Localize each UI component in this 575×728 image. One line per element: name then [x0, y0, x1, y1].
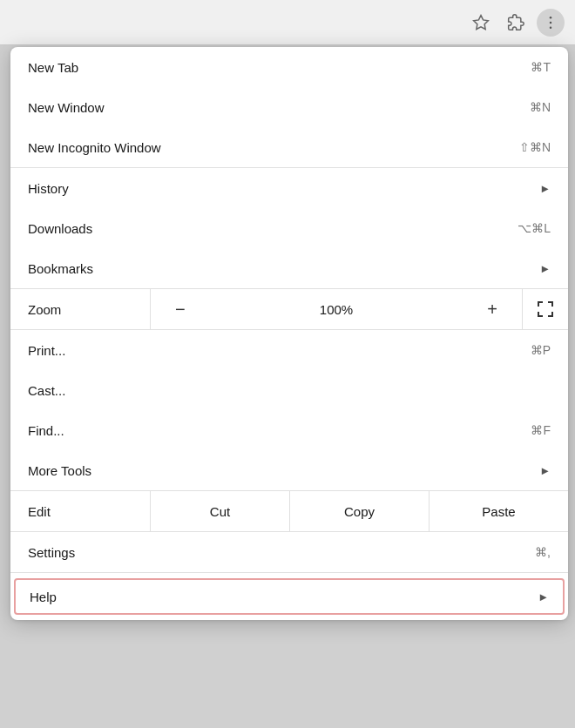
- cut-button[interactable]: Cut: [151, 491, 290, 531]
- menu-section-new: New Tab ⌘T New Window ⌘N New Incognito W…: [10, 47, 568, 168]
- extensions-icon[interactable]: [502, 9, 530, 37]
- menu-item-new-incognito[interactable]: New Incognito Window ⇧⌘N: [10, 127, 568, 167]
- zoom-in-button[interactable]: +: [480, 296, 504, 323]
- menu-item-more-tools[interactable]: More Tools ►: [10, 450, 568, 490]
- zoom-level: 100%: [320, 302, 353, 317]
- fullscreen-button[interactable]: [523, 289, 568, 329]
- svg-point-3: [550, 26, 552, 29]
- menu-section-tools: Print... ⌘P Cast... Find... ⌘F More Tool…: [10, 330, 568, 491]
- menu-item-cast[interactable]: Cast...: [10, 370, 568, 410]
- menu-item-find[interactable]: Find... ⌘F: [10, 410, 568, 450]
- menu-section-settings: Settings ⌘,: [10, 532, 568, 573]
- browser-toolbar: [0, 0, 575, 45]
- menu-item-history[interactable]: History ►: [10, 168, 568, 208]
- chrome-menu: New Tab ⌘T New Window ⌘N New Incognito W…: [10, 47, 568, 620]
- menu-item-new-window[interactable]: New Window ⌘N: [10, 87, 568, 127]
- menu-item-help[interactable]: Help ►: [14, 578, 565, 615]
- zoom-row: Zoom − 100% +: [10, 289, 568, 329]
- menu-item-new-tab[interactable]: New Tab ⌘T: [10, 47, 568, 87]
- menu-item-downloads[interactable]: Downloads ⌥⌘L: [10, 208, 568, 248]
- more-menu-icon[interactable]: [537, 9, 565, 37]
- copy-button[interactable]: Copy: [290, 491, 430, 531]
- edit-label: Edit: [10, 491, 150, 531]
- zoom-out-button[interactable]: −: [168, 296, 193, 323]
- svg-marker-0: [474, 15, 489, 29]
- menu-section-nav: History ► Downloads ⌥⌘L Bookmarks ►: [10, 168, 568, 289]
- zoom-controls: − 100% +: [151, 289, 522, 329]
- svg-point-2: [550, 21, 552, 24]
- paste-button[interactable]: Paste: [430, 491, 568, 531]
- menu-section-zoom: Zoom − 100% +: [10, 289, 568, 330]
- menu-item-settings[interactable]: Settings ⌘,: [10, 532, 568, 572]
- zoom-label: Zoom: [10, 289, 150, 329]
- menu-item-print[interactable]: Print... ⌘P: [10, 330, 568, 370]
- menu-section-edit: Edit Cut Copy Paste: [10, 491, 568, 532]
- svg-point-1: [550, 16, 552, 18]
- menu-item-bookmarks[interactable]: Bookmarks ►: [10, 248, 568, 288]
- menu-section-help: Help ►: [10, 573, 568, 620]
- bookmark-icon[interactable]: [467, 9, 495, 37]
- edit-row: Edit Cut Copy Paste: [10, 491, 568, 531]
